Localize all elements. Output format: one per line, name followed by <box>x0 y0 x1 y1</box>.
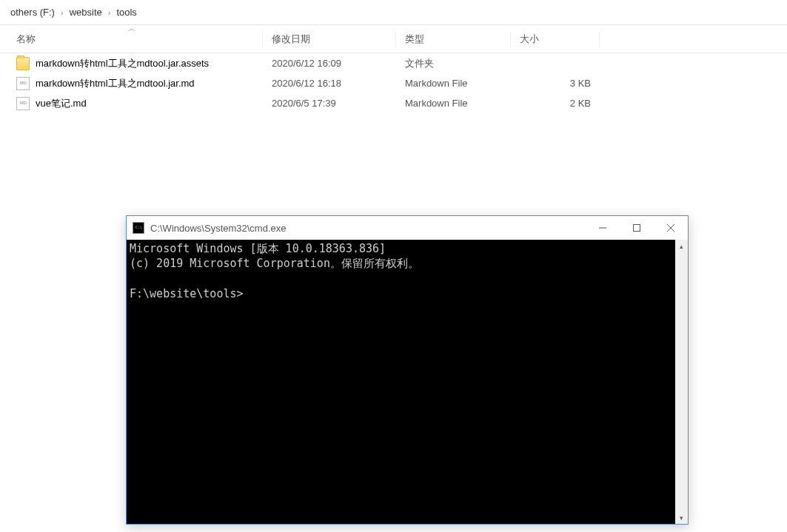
scroll-down-icon[interactable]: ▾ <box>675 511 688 524</box>
chevron-right-icon[interactable]: › <box>108 8 111 17</box>
file-row[interactable]: markdown转html工具之mdtool.jar.assets 2020/6… <box>0 53 787 73</box>
markdown-file-icon <box>16 77 30 90</box>
column-header-size[interactable]: 大小 <box>511 25 600 53</box>
scrollbar-vertical[interactable]: ▴ ▾ <box>675 240 688 524</box>
column-label: 修改日期 <box>272 33 310 46</box>
file-size: 2 KB <box>511 98 600 109</box>
file-type: 文件夹 <box>396 57 511 70</box>
maximize-icon <box>633 224 640 232</box>
file-date: 2020/6/12 16:09 <box>263 58 396 69</box>
scroll-up-icon[interactable]: ▴ <box>675 240 688 252</box>
scroll-track[interactable] <box>675 252 688 511</box>
file-row[interactable]: vue笔记.md 2020/6/5 17:39 Markdown File 2 … <box>0 93 787 113</box>
file-name: vue笔记.md <box>36 97 87 110</box>
column-label: 名称 <box>16 33 36 46</box>
column-header-name[interactable]: 名称 ︿ <box>0 25 263 53</box>
file-type: Markdown File <box>396 98 511 109</box>
minimize-icon <box>599 224 606 232</box>
file-name: markdown转html工具之mdtool.jar.assets <box>36 57 209 70</box>
file-date: 2020/6/12 16:18 <box>263 78 396 89</box>
chevron-right-icon[interactable]: › <box>61 8 64 17</box>
column-header-row: 名称 ︿ 修改日期 类型 大小 <box>0 25 787 53</box>
cmd-titlebar[interactable]: C:\Windows\System32\cmd.exe <box>127 216 688 240</box>
markdown-file-icon <box>16 97 30 110</box>
breadcrumb: others (F:) › website › tools <box>0 0 787 25</box>
cmd-line: (c) 2019 Microsoft Corporation。保留所有权利。 <box>130 257 419 270</box>
file-date: 2020/6/5 17:39 <box>263 98 396 109</box>
column-label: 类型 <box>405 33 424 46</box>
breadcrumb-item-drive[interactable]: others (F:) <box>9 7 56 18</box>
breadcrumb-item-website[interactable]: website <box>68 7 104 18</box>
breadcrumb-item-tools[interactable]: tools <box>115 7 138 18</box>
close-button[interactable] <box>654 216 688 240</box>
svg-rect-1 <box>634 225 640 232</box>
column-header-type[interactable]: 类型 <box>396 25 511 53</box>
sort-indicator-up-icon: ︿ <box>128 24 135 34</box>
column-label: 大小 <box>520 33 539 46</box>
file-type: Markdown File <box>396 78 511 89</box>
folder-icon <box>16 57 30 70</box>
file-name: markdown转html工具之mdtool.jar.md <box>36 77 195 90</box>
cmd-line: Microsoft Windows [版本 10.0.18363.836] <box>130 242 386 255</box>
cmd-window: C:\Windows\System32\cmd.exe Microsoft Wi… <box>126 215 689 525</box>
cmd-app-icon <box>133 222 144 234</box>
file-list: markdown转html工具之mdtool.jar.assets 2020/6… <box>0 53 787 113</box>
file-row[interactable]: markdown转html工具之mdtool.jar.md 2020/6/12 … <box>0 73 787 93</box>
file-size: 3 KB <box>511 78 600 89</box>
maximize-button[interactable] <box>620 216 654 240</box>
column-header-date[interactable]: 修改日期 <box>263 25 396 53</box>
cmd-terminal[interactable]: Microsoft Windows [版本 10.0.18363.836] (c… <box>127 240 675 524</box>
minimize-button[interactable] <box>586 216 620 240</box>
cmd-prompt: F:\website\tools> <box>130 287 244 300</box>
cmd-title: C:\Windows\System32\cmd.exe <box>150 223 586 234</box>
close-icon <box>667 224 674 232</box>
